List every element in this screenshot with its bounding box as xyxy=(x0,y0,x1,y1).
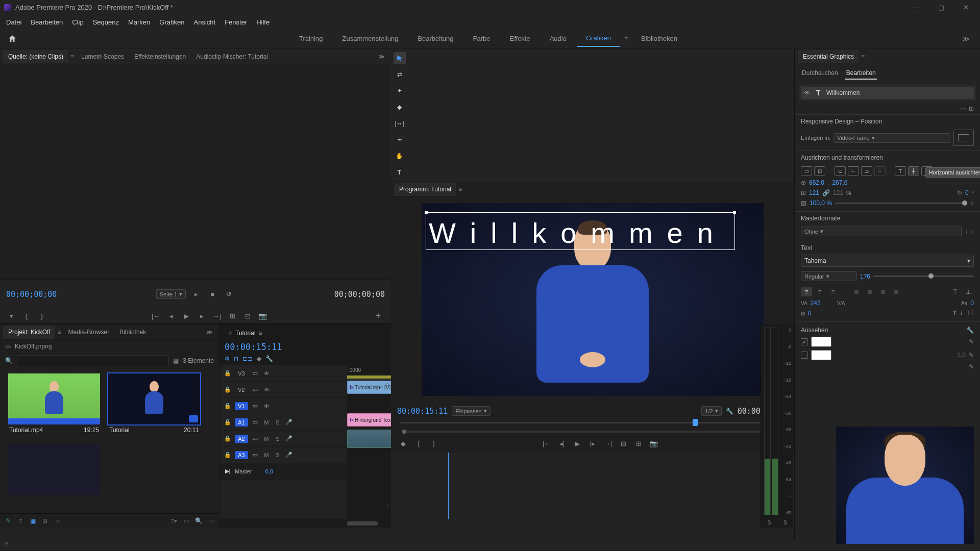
target-icon[interactable]: ▭ xyxy=(251,370,259,377)
extract-icon[interactable]: ⊞ xyxy=(632,438,645,448)
eye-icon[interactable]: 👁 xyxy=(804,89,810,96)
icon-view-icon[interactable]: ▦ xyxy=(29,517,37,524)
source-marker-icon[interactable]: ▾ xyxy=(5,311,17,321)
distribute-h-icon[interactable]: ⊪ xyxy=(874,166,886,176)
lock-icon[interactable]: 🔒 xyxy=(224,419,232,425)
text-bounding-box[interactable] xyxy=(426,212,735,250)
target-icon[interactable]: ▭ xyxy=(251,452,259,458)
mute-icon[interactable]: M xyxy=(262,436,271,442)
source-in-icon[interactable]: { xyxy=(20,311,33,321)
track-a1[interactable]: A1 xyxy=(235,418,248,427)
source-page-dropdown[interactable]: Seite 1▾ xyxy=(156,289,186,299)
tab-source[interactable]: Quelle: (keine Clips) xyxy=(3,50,68,63)
menu-fenster[interactable]: Fenster xyxy=(220,16,251,28)
tab-audiomixer[interactable]: Audioclip-Mischer: Tutorial xyxy=(191,50,273,63)
tab-program-menu-icon[interactable]: ≡ xyxy=(456,186,464,193)
master-style-dropdown[interactable]: Ohne▾ xyxy=(801,227,962,236)
close-button[interactable]: ✕ xyxy=(955,4,976,11)
mark-in-icon[interactable]: { xyxy=(412,438,425,448)
text-align-center-icon[interactable]: ≡ xyxy=(814,287,825,296)
eyedropper-icon[interactable]: ✎ xyxy=(969,352,974,359)
solo-icon[interactable]: S xyxy=(274,419,282,425)
target-icon[interactable]: ▭ xyxy=(251,435,259,442)
source-play-button[interactable]: ▶ xyxy=(180,311,192,321)
voice-icon[interactable]: 🎤 xyxy=(285,452,293,458)
program-fit-dropdown[interactable]: Einpassen▾ xyxy=(452,406,490,416)
new-bin-icon[interactable]: 🔍 xyxy=(194,517,203,524)
goto-out-icon[interactable]: →| xyxy=(602,438,614,448)
mute-icon[interactable]: M xyxy=(262,419,271,425)
track-select-tool-icon[interactable]: ⇄ xyxy=(394,68,406,81)
lift-icon[interactable]: ⊟ xyxy=(617,438,629,448)
program-scrubber[interactable] xyxy=(400,420,785,426)
magnet-icon[interactable]: ⊓ xyxy=(234,355,238,362)
voice-icon[interactable]: 🎤 xyxy=(285,435,293,442)
faux-italic-icon[interactable]: T xyxy=(960,310,963,317)
allcaps-icon[interactable]: TT xyxy=(966,310,974,317)
menu-datei[interactable]: Datei xyxy=(2,16,26,28)
solo-left[interactable]: S xyxy=(767,520,771,525)
tab-project-menu-icon[interactable]: ≡ xyxy=(55,329,63,336)
time-ruler[interactable]: :0000 00:00:15:00 00:00:30:00 00:00:45:0… xyxy=(347,365,391,380)
list-view-icon[interactable]: ≡ xyxy=(16,517,24,524)
lock-icon[interactable]: 🔒 xyxy=(224,435,232,442)
selection-tool-icon[interactable] xyxy=(394,52,406,64)
freeform-view-icon[interactable]: ⊞ xyxy=(41,517,49,524)
tsume-value[interactable]: 0 xyxy=(808,310,812,317)
tab-effects[interactable]: Effekteinstellungen xyxy=(129,50,191,63)
track-v1[interactable]: V1 xyxy=(235,402,248,410)
tab-media-browser[interactable]: Media-Browser xyxy=(63,325,115,339)
timeline-scroll-horizontal[interactable] xyxy=(219,519,391,528)
leading-value[interactable]: 0 xyxy=(970,299,974,307)
tab-source-menu-icon[interactable]: ≡ xyxy=(68,53,76,60)
step-back-icon[interactable]: ◂| xyxy=(556,438,568,448)
source-export-frame-icon[interactable]: 📷 xyxy=(257,311,269,321)
font-family-dropdown[interactable]: Tahoma▾ xyxy=(801,255,974,267)
tab-lumetri[interactable]: Lumetri-Scopes xyxy=(76,50,129,63)
vertical-align-top-icon[interactable]: ⊤ xyxy=(949,287,961,296)
sequence-menu-icon[interactable]: ≡ xyxy=(259,330,262,337)
stroke-color-swatch[interactable] xyxy=(811,350,831,360)
workspace-farbe[interactable]: Farbe xyxy=(464,31,500,46)
lock-icon[interactable]: 🔒 xyxy=(224,403,232,409)
lock-icon[interactable]: 🔒 xyxy=(224,452,232,458)
vertical-align-bottom-icon[interactable]: ⊥ xyxy=(963,287,974,296)
fill-checkbox[interactable] xyxy=(801,338,808,345)
mute-icon[interactable]: M xyxy=(262,452,271,458)
ripple-tool-icon[interactable]: ✦ xyxy=(394,85,406,97)
solo-icon[interactable]: S xyxy=(274,452,282,458)
scale-value[interactable]: 121 xyxy=(809,189,819,196)
new-group-icon[interactable]: ⊞ xyxy=(969,105,974,112)
source-play-icon[interactable]: ▸ xyxy=(190,289,202,299)
pen-tool-icon[interactable]: ✒ xyxy=(394,134,406,146)
source-goto-in-icon[interactable]: |← xyxy=(150,311,162,321)
eg-browse-tab[interactable]: Durchsuchen xyxy=(801,67,839,80)
project-tabs-overflow-icon[interactable]: ≫ xyxy=(203,329,216,336)
align-left-icon[interactable]: ⊏ xyxy=(835,166,846,176)
justify-left-icon[interactable]: ≣ xyxy=(851,287,862,296)
appearance-wrench-icon[interactable]: 🔧 xyxy=(966,327,974,334)
workspace-menu-icon[interactable]: ≡ xyxy=(621,35,631,42)
align-center-safe-icon[interactable]: ⊡ xyxy=(814,166,825,176)
align-top-icon[interactable]: ⊤ xyxy=(895,166,906,176)
align-safe-icon[interactable]: ▭ xyxy=(801,166,812,176)
opacity-slider[interactable] xyxy=(835,203,967,204)
program-timecode-left[interactable]: 00:00:15:11 xyxy=(397,407,448,416)
export-frame-icon[interactable]: 📷 xyxy=(648,438,660,448)
font-size-slider[interactable] xyxy=(873,276,974,277)
workspace-zusammenstellung[interactable]: Zusammenstellung xyxy=(333,31,408,46)
linked-sel-icon[interactable]: ⊏⊐ xyxy=(242,355,253,362)
menu-clip[interactable]: Clip xyxy=(68,16,87,28)
tab-essential-graphics[interactable]: Essential Graphics xyxy=(798,50,859,63)
track-v2[interactable]: V2 xyxy=(235,386,248,394)
workspace-bibliotheken[interactable]: Bibliotheken xyxy=(632,31,687,46)
filter-icon[interactable]: ▦ xyxy=(173,357,179,364)
timeline-sequence-tab[interactable]: × Tutorial ≡ xyxy=(225,328,266,339)
snap-icon[interactable]: ❄ xyxy=(225,355,230,362)
eg-menu-icon[interactable]: ≡ xyxy=(859,53,867,60)
type-tool-icon[interactable]: T xyxy=(394,166,406,179)
project-item-tutorial-seq[interactable]: Tutorial20:11 xyxy=(108,373,200,436)
tab-bibliothek[interactable]: Bibliothek xyxy=(114,325,151,339)
fill-color-swatch[interactable] xyxy=(811,337,831,347)
link-icon[interactable]: 🔗 xyxy=(822,189,830,196)
